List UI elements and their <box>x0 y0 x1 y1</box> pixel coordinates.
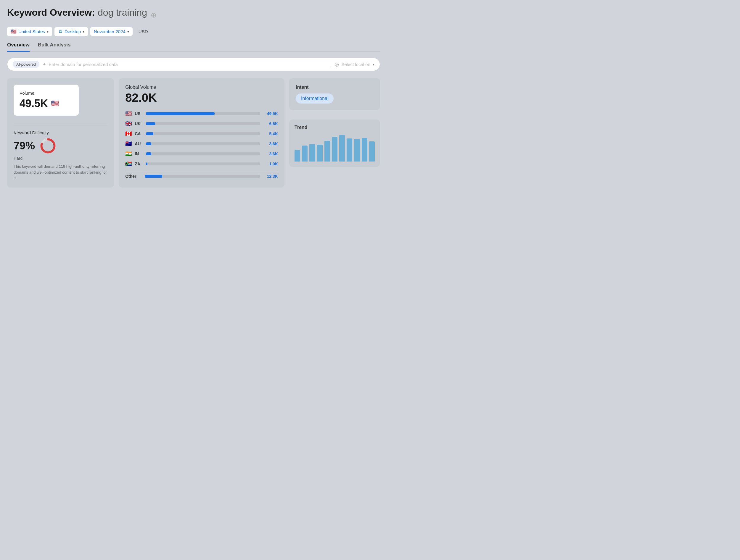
location-select-chevron-icon: ▾ <box>373 63 374 67</box>
intent-badge: Informational <box>296 94 334 104</box>
volume-kd-card: Volume 49.5K 🇺🇸 Keyword Difficulty 79% H… <box>7 78 114 188</box>
main-cards-grid: Volume 49.5K 🇺🇸 Keyword Difficulty 79% H… <box>7 78 380 188</box>
kd-row: 79% <box>14 137 107 154</box>
sparkle-icon: ✦ <box>42 62 46 67</box>
kd-label: Keyword Difficulty <box>14 130 107 135</box>
domain-search-bar: AI-powered ✦ Enter domain for personaliz… <box>7 58 380 71</box>
volume-flag: 🇺🇸 <box>51 100 59 107</box>
trend-bar-7 <box>347 138 352 161</box>
card-divider <box>14 125 107 125</box>
device-chevron-icon: ▾ <box>83 29 84 34</box>
trend-bar-8 <box>354 139 360 161</box>
add-keyword-icon[interactable]: ⊕ <box>151 11 157 19</box>
value-uk: 6.6K <box>263 121 278 126</box>
bar-au <box>146 142 260 145</box>
trend-bar-4 <box>325 141 330 161</box>
device-icon: 🖥 <box>58 29 63 34</box>
trend-bar-10 <box>369 141 375 161</box>
trend-card: Trend <box>289 119 380 167</box>
value-in: 3.6K <box>263 151 278 156</box>
value-us: 49.5K <box>263 111 278 116</box>
kd-difficulty-label: Hard <box>14 156 107 160</box>
trend-bar-5 <box>332 137 338 161</box>
country-row-au: 🇦🇺 AU 3.6K <box>125 140 278 147</box>
other-value: 12.3K <box>263 174 278 179</box>
trend-bar-9 <box>362 138 367 161</box>
intent-title: Intent <box>296 85 374 90</box>
other-row: Other 12.3K <box>125 171 278 179</box>
kd-donut-chart <box>40 137 56 154</box>
global-volume-label: Global Volume <box>125 85 278 90</box>
code-in: IN <box>135 151 143 156</box>
bar-in <box>146 152 260 155</box>
volume-box: Volume 49.5K 🇺🇸 <box>14 85 79 116</box>
volume-value: 49.5K 🇺🇸 <box>19 97 73 110</box>
trend-bar-2 <box>309 144 315 161</box>
right-column: Intent Informational Trend <box>289 78 380 188</box>
global-volume-card: Global Volume 82.0K 🇺🇸 US 49.5K 🇬🇧 UK 6.… <box>119 78 284 188</box>
domain-input-area[interactable]: ✦ Enter domain for personalized data <box>42 62 328 67</box>
code-us: US <box>135 111 143 116</box>
intent-card: Intent Informational <box>289 78 380 110</box>
flag-uk: 🇬🇧 <box>125 120 132 127</box>
date-selector[interactable]: November 2024 ▾ <box>90 27 132 36</box>
value-au: 3.6K <box>263 141 278 146</box>
domain-placeholder: Enter domain for personalized data <box>49 62 117 67</box>
flag-in: 🇮🇳 <box>125 150 132 157</box>
location-label: United States <box>18 29 45 34</box>
trend-bar-1 <box>302 145 307 161</box>
code-ca: CA <box>135 131 143 136</box>
bar-us <box>146 112 260 115</box>
bar-ca <box>146 132 260 135</box>
country-row-ca: 🇨🇦 CA 5.4K <box>125 130 278 137</box>
location-flag: 🇺🇸 <box>11 29 17 34</box>
ai-badge: AI-powered <box>13 61 39 68</box>
select-location-label: Select location <box>341 62 370 67</box>
tabs-nav: Overview Bulk Analysis <box>7 42 380 52</box>
bar-other <box>145 175 260 178</box>
kd-description: This keyword will demand 119 high-author… <box>14 163 107 181</box>
code-uk: UK <box>135 121 143 126</box>
country-row-us: 🇺🇸 US 49.5K <box>125 110 278 117</box>
trend-bar-0 <box>294 150 300 161</box>
volume-label: Volume <box>19 91 73 96</box>
controls-row: 🇺🇸 United States ▾ 🖥 Desktop ▾ November … <box>7 27 380 36</box>
bar-uk <box>146 122 260 125</box>
location-select-area[interactable]: ◎ Select location ▾ <box>330 62 374 67</box>
code-za: ZA <box>135 161 143 166</box>
date-chevron-icon: ▾ <box>127 29 129 34</box>
country-row-za: 🇿🇦 ZA 1.0K <box>125 160 278 167</box>
date-label: November 2024 <box>94 29 125 34</box>
code-au: AU <box>135 141 143 146</box>
page-title: Keyword Overview: dog training <box>7 7 147 18</box>
tab-bulk-analysis[interactable]: Bulk Analysis <box>38 42 71 52</box>
bar-za <box>146 162 260 165</box>
trend-bar-6 <box>339 135 345 161</box>
value-za: 1.0K <box>263 161 278 166</box>
trend-bar-3 <box>317 145 322 161</box>
device-selector[interactable]: 🖥 Desktop ▾ <box>55 27 88 36</box>
flag-za: 🇿🇦 <box>125 160 132 167</box>
value-ca: 5.4K <box>263 131 278 136</box>
country-row-uk: 🇬🇧 UK 6.6K <box>125 120 278 127</box>
flag-au: 🇦🇺 <box>125 140 132 147</box>
global-volume-value: 82.0K <box>125 91 278 104</box>
tab-overview[interactable]: Overview <box>7 42 29 52</box>
country-row-in: 🇮🇳 IN 3.6K <box>125 150 278 157</box>
currency-label: USD <box>135 27 152 36</box>
location-selector[interactable]: 🇺🇸 United States ▾ <box>7 27 52 36</box>
flag-ca: 🇨🇦 <box>125 130 132 137</box>
trend-title: Trend <box>294 125 375 130</box>
trend-bars-chart <box>294 135 375 161</box>
kd-value: 79% <box>14 140 35 152</box>
location-pin-icon: ◎ <box>335 62 339 67</box>
location-chevron-icon: ▾ <box>47 29 49 34</box>
other-label: Other <box>125 174 142 179</box>
device-label: Desktop <box>65 29 81 34</box>
flag-us: 🇺🇸 <box>125 110 132 117</box>
